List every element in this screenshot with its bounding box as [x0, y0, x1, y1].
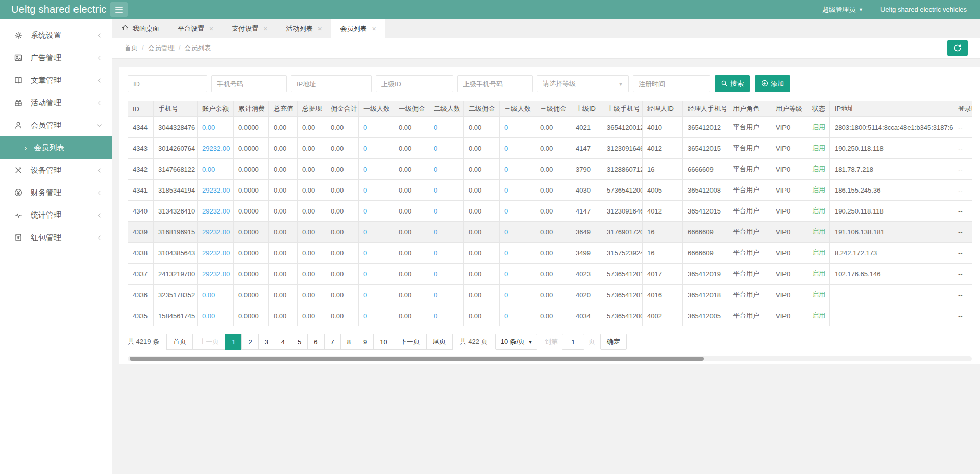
pagination-page-6[interactable]: 6 [307, 334, 324, 350]
filter-input-4[interactable] [376, 75, 453, 92]
close-icon[interactable]: × [263, 25, 267, 33]
link-value[interactable]: 0 [504, 270, 508, 278]
add-button[interactable]: 添加 [755, 75, 790, 92]
filter-input-1[interactable] [128, 75, 207, 92]
status-badge[interactable]: 启用 [812, 291, 825, 298]
link-value[interactable]: 0 [504, 145, 508, 152]
link-value[interactable]: 0 [434, 207, 437, 215]
pagination-last[interactable]: 尾页 [426, 334, 453, 350]
link-value[interactable]: 0 [363, 249, 367, 257]
status-badge[interactable]: 启用 [812, 123, 825, 131]
pagination-page-3[interactable]: 3 [258, 334, 275, 350]
link-value[interactable]: 0 [363, 145, 367, 152]
link-value[interactable]: 0 [504, 124, 508, 131]
link-value[interactable]: 29232.00 [202, 186, 230, 194]
link-value[interactable]: 0 [504, 165, 508, 173]
link-value[interactable]: 0 [504, 312, 508, 320]
link-value[interactable]: 0 [363, 270, 367, 278]
pagination-page-4[interactable]: 4 [275, 334, 291, 350]
link-value[interactable]: 0 [363, 165, 367, 173]
link-value[interactable]: 0 [504, 207, 508, 215]
tab-活动列表[interactable]: 活动列表× [277, 19, 331, 38]
sidebar-item-5[interactable]: 会员管理 [0, 114, 112, 136]
status-badge[interactable]: 启用 [812, 228, 825, 235]
link-value[interactable]: 0 [504, 186, 508, 194]
status-badge[interactable]: 启用 [812, 249, 825, 256]
sidebar-item-2[interactable]: 广告管理 [0, 46, 112, 69]
pagination-prev[interactable]: 上一页 [192, 334, 226, 350]
close-icon[interactable]: × [372, 25, 376, 33]
hamburger-menu-icon[interactable] [110, 2, 128, 17]
status-badge[interactable]: 启用 [812, 165, 825, 173]
breadcrumb-item[interactable]: 会员管理 [148, 44, 175, 52]
user-role-dropdown[interactable]: 超级管理员 ▼ [822, 5, 863, 14]
close-icon[interactable]: × [317, 25, 322, 33]
pagination-page-5[interactable]: 5 [291, 334, 308, 350]
breadcrumb-item[interactable]: 首页 [125, 44, 138, 52]
link-value[interactable]: 0 [434, 228, 437, 236]
pagination-page-2[interactable]: 2 [241, 334, 258, 350]
link-value[interactable]: 0 [363, 186, 367, 194]
sidebar-item-1[interactable]: 系统设置 [0, 24, 112, 46]
tab-平台设置[interactable]: 平台设置× [168, 19, 223, 38]
link-value[interactable]: 0 [363, 228, 367, 236]
tab-我的桌面[interactable]: 我的桌面 [112, 19, 168, 38]
pagination-page-10[interactable]: 10 [373, 334, 394, 350]
link-value[interactable]: 0.00 [202, 312, 215, 320]
filter-input-2[interactable] [211, 75, 287, 92]
breadcrumb-item[interactable]: 会员列表 [184, 44, 211, 52]
status-badge[interactable]: 启用 [812, 186, 825, 194]
link-value[interactable]: 29232.00 [202, 228, 230, 236]
filter-input-5[interactable] [457, 75, 533, 92]
pagination-page-9[interactable]: 9 [357, 334, 374, 350]
status-badge[interactable]: 启用 [812, 312, 825, 319]
status-badge[interactable]: 启用 [812, 270, 825, 277]
tab-支付设置[interactable]: 支付设置× [223, 19, 277, 38]
link-value[interactable]: 0 [504, 249, 508, 257]
register-time-input[interactable] [633, 75, 710, 92]
link-value[interactable]: 0 [363, 124, 367, 131]
pagination-page-1[interactable]: 1 [225, 334, 242, 350]
link-value[interactable]: 29232.00 [202, 270, 230, 278]
refresh-button[interactable] [947, 40, 968, 56]
pagination-next[interactable]: 下一页 [394, 334, 427, 350]
link-value[interactable]: 0 [434, 312, 437, 320]
goto-confirm-button[interactable]: 确定 [600, 334, 627, 350]
sidebar-item-9[interactable]: 红包管理 [0, 226, 112, 249]
level-select[interactable]: 请选择等级▼ [537, 75, 629, 92]
status-badge[interactable]: 启用 [812, 144, 825, 152]
sidebar-item-4[interactable]: 活动管理 [0, 91, 112, 114]
pagination-page-7[interactable]: 7 [324, 334, 341, 350]
sidebar-item-3[interactable]: 文章管理 [0, 69, 112, 91]
sidebar-subitem-会员列表[interactable]: ›会员列表 [0, 136, 112, 159]
link-value[interactable]: 29232.00 [202, 249, 230, 257]
link-value[interactable]: 0 [434, 145, 437, 152]
link-value[interactable]: 0 [363, 312, 367, 320]
link-value[interactable]: 0.00 [202, 165, 215, 173]
link-value[interactable]: 0 [504, 228, 508, 236]
link-value[interactable]: 0.00 [202, 124, 215, 131]
link-value[interactable]: 0.00 [202, 291, 215, 299]
close-icon[interactable]: × [209, 25, 213, 33]
link-value[interactable]: 29232.00 [202, 207, 230, 215]
filter-input-3[interactable] [291, 75, 372, 92]
link-value[interactable]: 0 [434, 186, 437, 194]
link-value[interactable]: 0 [434, 291, 437, 299]
tab-会员列表[interactable]: 会员列表× [331, 19, 385, 38]
sidebar-item-7[interactable]: 财务管理 [0, 181, 112, 204]
link-value[interactable]: 0 [434, 270, 437, 278]
sidebar-item-6[interactable]: 设备管理 [0, 159, 112, 181]
status-badge[interactable]: 启用 [812, 207, 825, 215]
per-page-select[interactable]: 10 条/页▾ [495, 334, 537, 350]
link-value[interactable]: 0 [434, 124, 437, 131]
sidebar-item-8[interactable]: 统计管理 [0, 204, 112, 226]
search-button[interactable]: 搜索 [715, 75, 750, 92]
link-value[interactable]: 0 [504, 291, 508, 299]
goto-page-input[interactable] [562, 334, 584, 350]
link-value[interactable]: 0 [434, 249, 437, 257]
link-value[interactable]: 0 [434, 165, 437, 173]
pagination-first[interactable]: 首页 [166, 334, 193, 350]
link-value[interactable]: 0 [363, 207, 367, 215]
scrollbar-thumb[interactable] [130, 357, 704, 361]
link-value[interactable]: 29232.00 [202, 145, 230, 152]
